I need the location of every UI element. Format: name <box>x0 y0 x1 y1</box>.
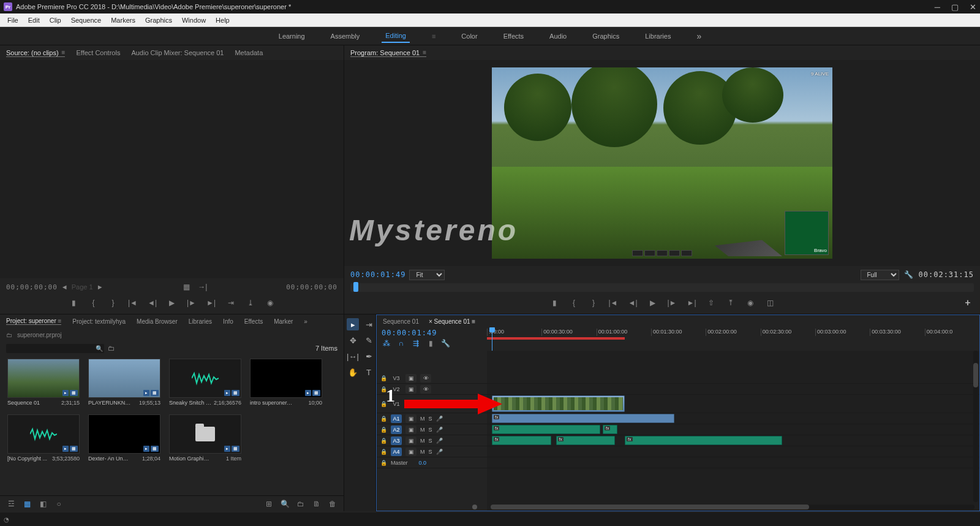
lane-v2[interactable] <box>487 384 979 395</box>
program-zoom-select[interactable]: Fit <box>409 270 445 280</box>
hand-tool-icon[interactable]: ✋ <box>347 366 359 378</box>
item-thumbnail[interactable]: ▸▦ <box>169 414 241 454</box>
track-header-a4[interactable]: 🔒A4▣MS🎤 <box>377 446 487 457</box>
project-item[interactable]: ▸▦intro superoner.mp410;00 <box>250 359 322 406</box>
audio-clip[interactable]: fx <box>492 414 674 423</box>
source-patch-icon[interactable]: ▣ <box>405 425 417 434</box>
src-out-icon[interactable]: } <box>107 297 119 309</box>
scroll-thumb[interactable] <box>491 505 809 509</box>
source-patch-icon[interactable]: ▣ <box>405 385 417 394</box>
minimize-button[interactable]: ─ <box>935 2 940 12</box>
prog-play-icon[interactable]: ▶ <box>646 297 658 309</box>
prog-export-frame-icon[interactable]: ◉ <box>744 297 756 309</box>
tab-media-browser[interactable]: Media Browser <box>137 318 178 325</box>
new-bin-icon[interactable]: 🗀 <box>296 499 306 509</box>
ws-handle-icon[interactable]: ≡ <box>428 30 439 42</box>
track-header-a3[interactable]: 🔒A3▣MS🎤 <box>377 435 487 446</box>
find-icon[interactable]: 🔍 <box>280 499 290 509</box>
audio-clip[interactable]: fx <box>556 436 615 445</box>
ripple-tool-icon[interactable]: ✥ <box>347 334 359 346</box>
src-insert2-icon[interactable]: ⇥ <box>225 297 237 309</box>
lock-icon[interactable]: 🔒 <box>380 401 387 407</box>
source-page-prev-icon[interactable]: ◄ <box>61 283 68 291</box>
audio-clip[interactable]: fx <box>603 425 617 434</box>
source-page-next-icon[interactable]: ► <box>97 283 104 291</box>
source-patch-icon[interactable]: ▣ <box>405 400 417 408</box>
mic-icon[interactable]: 🎤 <box>436 427 443 433</box>
track-header-v3[interactable]: 🔒V3▣👁 <box>377 373 487 384</box>
timeline-tab-2[interactable]: × Sequence 01 ≡ <box>429 318 475 325</box>
menu-markers[interactable]: Markers <box>106 15 140 25</box>
tab-markers[interactable]: Marker <box>274 318 293 325</box>
lane-a2[interactable]: fx fx <box>487 424 979 435</box>
ws-graphics[interactable]: Graphics <box>589 30 623 42</box>
folder-icon[interactable]: 🗀 <box>108 345 115 352</box>
track-area[interactable]: fx fx fx fx fx fx <box>487 351 979 511</box>
timeline-vscroll[interactable] <box>973 351 978 502</box>
prog-compare-icon[interactable]: ◫ <box>764 297 776 309</box>
menu-sequence[interactable]: Sequence <box>66 15 107 25</box>
ws-libraries[interactable]: Libraries <box>641 30 674 42</box>
lane-a3[interactable]: fx fx fx <box>487 435 979 446</box>
src-marker-icon[interactable]: ▮ <box>68 297 80 309</box>
delete-icon[interactable]: 🗑 <box>328 499 337 509</box>
item-thumbnail[interactable]: ▸▦ <box>250 359 322 398</box>
eye-icon[interactable]: 👁 <box>420 385 431 394</box>
audio-clip[interactable]: fx <box>492 436 551 445</box>
maximize-button[interactable]: ▢ <box>951 2 959 12</box>
tab-project2[interactable]: Project: textmilyhya <box>72 318 126 325</box>
new-item-icon[interactable]: 🗎 <box>312 499 322 509</box>
prog-extract-icon[interactable]: ⤒ <box>725 297 737 309</box>
track-target[interactable]: A4 <box>391 448 402 456</box>
prog-out-icon[interactable]: } <box>587 297 600 309</box>
program-resolution-select[interactable]: Full <box>861 270 899 280</box>
tab-metadata[interactable]: Metadata <box>235 49 263 56</box>
ws-audio[interactable]: Audio <box>546 30 570 42</box>
zoom-slider-icon[interactable]: ○ <box>54 499 64 509</box>
src-export-frame-icon[interactable]: ◉ <box>264 297 276 309</box>
audio-clip[interactable]: fx <box>492 425 600 434</box>
prog-goto-out-icon[interactable]: ►| <box>685 297 698 309</box>
lane-a1[interactable]: fx <box>487 413 979 424</box>
src-goto-in-icon[interactable]: |◄ <box>127 297 139 309</box>
prog-goto-in-icon[interactable]: |◄ <box>607 297 619 309</box>
lane-a4[interactable] <box>487 446 979 457</box>
source-patch-icon[interactable]: ▣ <box>405 414 417 423</box>
lock-icon[interactable]: 🔒 <box>380 460 387 466</box>
menu-window[interactable]: Window <box>177 15 211 25</box>
lock-icon[interactable]: 🔒 <box>380 386 387 392</box>
timeline-ruler[interactable]: :00:0000:00:30:0000:01:00:0000:01:30:000… <box>487 329 979 349</box>
tab-libraries[interactable]: Libraries <box>189 318 212 325</box>
playhead-icon[interactable] <box>353 282 358 292</box>
menu-edit[interactable]: Edit <box>23 15 45 25</box>
project-item[interactable]: ▸▦Sneaky Snitch -...2;16;36576 <box>169 359 241 406</box>
lane-v1[interactable] <box>487 395 979 413</box>
list-view-icon[interactable]: ☲ <box>6 499 16 509</box>
src-step-back-icon[interactable]: ◄| <box>146 297 159 309</box>
track-target[interactable]: A1 <box>391 414 402 423</box>
item-thumbnail[interactable]: ▸▦ <box>7 359 80 398</box>
source-insert-icon[interactable]: ▦ <box>181 281 193 293</box>
src-in-icon[interactable]: { <box>88 297 100 309</box>
ws-color[interactable]: Color <box>458 30 481 42</box>
prog-in-icon[interactable]: { <box>568 297 580 309</box>
timeline-tc[interactable]: 00:00:01:49 <box>382 329 482 337</box>
type-tool-icon[interactable]: T <box>363 366 375 378</box>
project-item[interactable]: ▸▦[No Copyright ...3;53;23580 <box>7 414 80 462</box>
src-overwrite2-icon[interactable]: ⤓ <box>244 297 257 309</box>
track-header-master[interactable]: 🔒Master0.0 <box>377 457 487 468</box>
add-marker-icon[interactable]: ⇶ <box>411 338 421 348</box>
lock-icon[interactable]: 🔒 <box>380 427 387 433</box>
prog-step-back-icon[interactable]: ◄| <box>627 297 639 309</box>
ws-editing[interactable]: Editing <box>382 29 410 43</box>
project-item[interactable]: ▸▦Dexter- An Unpleas...1;28;04 <box>88 414 160 462</box>
video-clip[interactable] <box>492 395 625 412</box>
project-search-input[interactable] <box>6 344 104 353</box>
track-select-tool-icon[interactable]: ⇥ <box>363 318 375 330</box>
item-thumbnail[interactable]: ▸▦ <box>88 414 160 454</box>
eye-icon[interactable]: 👁 <box>420 374 431 383</box>
tab-audio-mixer[interactable]: Audio Clip Mixer: Sequence 01 <box>131 49 224 56</box>
linked-selection-icon[interactable]: ∩ <box>396 338 406 348</box>
tab-effects[interactable]: Effects <box>244 318 263 325</box>
tab-project[interactable]: Project: superoner ≡ <box>6 318 61 325</box>
